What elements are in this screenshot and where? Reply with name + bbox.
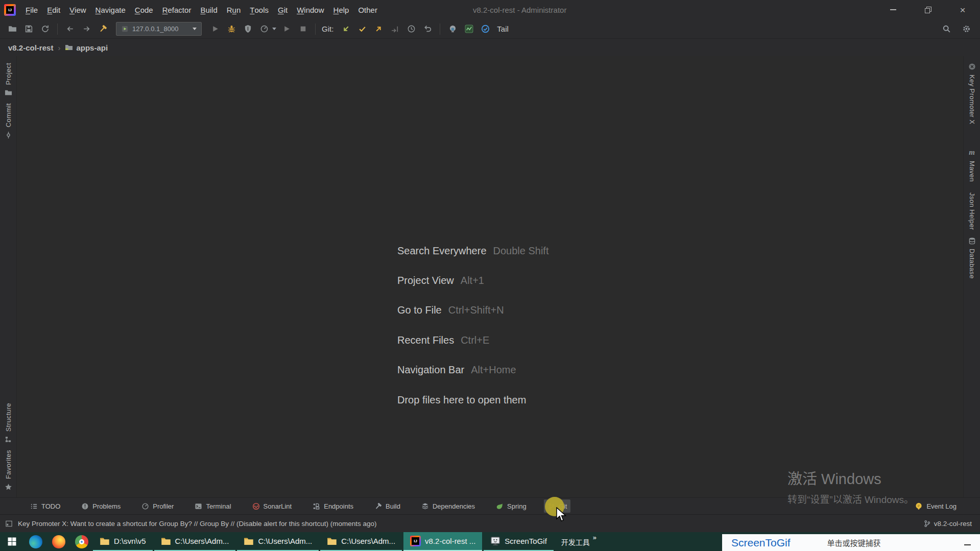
spring-icon (496, 502, 504, 510)
status-message[interactable]: Key Promoter X: Want to create a shortcu… (18, 520, 377, 528)
profiler-icon[interactable] (256, 22, 272, 36)
run-config-select[interactable]: 127.0.0.1_8000 (116, 22, 202, 36)
open-folder-icon[interactable] (4, 22, 20, 36)
minimize-button[interactable] (876, 0, 911, 19)
menu-item-refactor[interactable]: Refactor (158, 0, 196, 19)
intellij-window: { "window": { "title": "v8.2-col-rest - … (0, 0, 980, 551)
toolwindow-todo[interactable]: TODO (27, 499, 64, 513)
breadcrumb-project[interactable]: v8.2-col-rest (8, 43, 53, 52)
save-all-icon[interactable] (20, 22, 37, 36)
history-icon[interactable] (403, 22, 419, 36)
menu-item-navigate[interactable]: Navigate (91, 0, 130, 19)
screentogif-hint: 单击或按键捕获 (827, 537, 881, 548)
screentogif-minimize-button[interactable] (964, 538, 971, 547)
edge-taskbar-icon[interactable] (24, 532, 47, 551)
taskbar-button-4[interactable]: IJv8.2-col-rest ... (403, 532, 482, 551)
menu-item-code[interactable]: Code (130, 0, 158, 19)
run-config-value: 127.0.0.1_8000 (132, 25, 178, 33)
left-toolwindow-stripe: ProjectCommit StructureFavorites (0, 56, 17, 497)
stripe-item-structure[interactable]: Structure (5, 403, 12, 443)
stripe-item-key-promoter-x[interactable]: Key Promoter X (968, 63, 976, 124)
taskbar-button-1[interactable]: C:\Users\Adm... (154, 532, 236, 551)
git-update-icon[interactable] (338, 22, 354, 36)
search-icon[interactable] (940, 22, 952, 36)
toolwindow-toggle-icon[interactable] (5, 520, 13, 528)
toolwindow-endpoints[interactable]: Endpoints (309, 499, 357, 513)
stripe-kpx-icon (968, 63, 976, 70)
taskbar-button-3[interactable]: C:\Users\Adm... (320, 532, 402, 551)
forward-icon[interactable] (78, 22, 94, 36)
breadcrumb-module[interactable]: apps-api (76, 43, 108, 52)
stop-icon[interactable] (295, 22, 311, 36)
menu-item-file[interactable]: File (21, 0, 42, 19)
restore-button[interactable] (911, 0, 945, 19)
stripe-item-maven[interactable]: mMaven (968, 148, 976, 182)
stripe-folder-icon (5, 89, 12, 97)
taskbar-button-2[interactable]: C:\Users\Adm... (237, 532, 319, 551)
firefox-taskbar-icon[interactable] (47, 532, 70, 551)
dependencies-icon (421, 502, 429, 510)
menu-item-view[interactable]: View (65, 0, 91, 19)
git-branch-widget[interactable]: v8.2-col-rest (923, 520, 972, 528)
folderyellow-icon (100, 536, 110, 546)
toolwindow-terminal[interactable]: Terminal (191, 499, 234, 513)
taskbar-button-0[interactable]: D:\svn\v5 (93, 532, 153, 551)
build-hammer-icon[interactable] (94, 22, 111, 36)
stripe-maven-icon: m (969, 148, 975, 157)
menu-item-window[interactable]: Window (292, 0, 328, 19)
screentogif-recorder-panel: ScreenToGif 单击或按键捕获 (722, 534, 980, 551)
menu-item-build[interactable]: Build (196, 0, 222, 19)
rollback-icon[interactable] (419, 22, 436, 36)
menu-item-help[interactable]: Help (329, 0, 354, 19)
toolwindow-profiler[interactable]: Profiler (138, 499, 177, 513)
stripe-item-project[interactable]: Project (5, 63, 12, 97)
monitor-chart-icon[interactable] (461, 22, 477, 36)
git-commit-icon[interactable] (354, 22, 370, 36)
stripe-item-label: Structure (5, 403, 12, 432)
toolwindow-spring[interactable]: Spring (492, 499, 530, 513)
screen-record-icon[interactable] (444, 22, 461, 36)
menu-item-other[interactable]: Other (353, 0, 382, 19)
event-log-button[interactable]: Event Log (915, 502, 957, 510)
coverage-icon[interactable] (240, 22, 256, 36)
toolwindow-problems[interactable]: Problems (78, 499, 124, 513)
shortcut-hint-row: Recent FilesCtrl+E (397, 325, 549, 355)
sync-icon[interactable] (37, 22, 53, 36)
navigation-bar: v8.2-col-rest › apps-api (0, 39, 980, 56)
menu-item-run[interactable]: Run (222, 0, 246, 19)
taskbar-button-5[interactable]: ScreenToGif (484, 532, 554, 551)
toolwindow-sonarlint[interactable]: SonarLint (249, 499, 296, 513)
shortcut-action-label: Navigation Bar (397, 364, 464, 376)
profiler-chevron-icon[interactable] (272, 28, 276, 30)
back-icon[interactable] (62, 22, 78, 36)
shortcut-action-label: Drop files here to open them (397, 394, 526, 406)
chrome-taskbar-icon[interactable] (70, 532, 93, 551)
toolwindow-dependencies[interactable]: Dependencies (418, 499, 479, 513)
git-push-icon[interactable] (370, 22, 387, 36)
shortcut-keystroke: Alt+Home (471, 364, 516, 376)
apply-patch-icon[interactable] (387, 22, 403, 36)
menu-item-tools[interactable]: Tools (245, 0, 273, 19)
stripe-item-json-helper[interactable]: Json Helper (968, 188, 976, 230)
stripe-item-commit[interactable]: Commit (5, 103, 12, 139)
stripe-commit-icon (5, 131, 12, 139)
stripe-item-database[interactable]: Database (968, 237, 976, 279)
toolbar-separator (440, 23, 440, 35)
start-button[interactable] (0, 532, 24, 551)
tail-check-icon[interactable] (477, 22, 493, 36)
menu-item-git[interactable]: Git (273, 0, 292, 19)
stripe-item-favorites[interactable]: Favorites (5, 450, 12, 491)
toolwindow-build[interactable]: Build (371, 499, 404, 513)
debug-icon[interactable] (223, 22, 240, 36)
toolwindow-label: Dependencies (433, 502, 475, 510)
taskbar-button-label: v8.2-col-rest ... (425, 537, 475, 545)
menu-item-edit[interactable]: Edit (42, 0, 65, 19)
close-button[interactable]: × (945, 0, 980, 19)
shortcut-action-label: Go to File (397, 304, 442, 316)
settings-gear-icon[interactable] (960, 22, 972, 36)
run-secondary-icon[interactable] (278, 22, 295, 36)
run-icon[interactable] (207, 22, 223, 36)
module-folder-icon (65, 43, 76, 52)
windows-logo-icon (8, 537, 16, 546)
taskbar-toolbar[interactable]: 开发工具 » (561, 532, 596, 551)
